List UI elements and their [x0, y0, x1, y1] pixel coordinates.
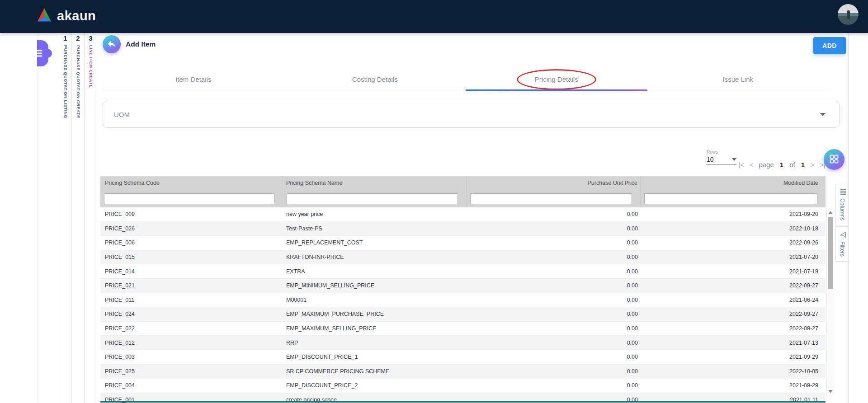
table-row[interactable]: PRICE_024 EMP_MAXIMUM_PURCHASE_PRICE 0.0…: [100, 307, 826, 322]
workflow-step-2[interactable]: 2 PURCHASE QUOTATION CREATE: [71, 33, 84, 403]
cell-modified-date: 2022-10-05: [641, 368, 826, 375]
workflow-step-1[interactable]: 1 PURCHASE QUOTATION LISTING: [59, 33, 71, 403]
cell-pricing-schema-code: PRICE_026: [100, 225, 283, 232]
pagination: |< < page 1 of 1 > >|: [739, 161, 825, 169]
cell-modified-date: 2022-09-26: [641, 239, 826, 246]
tab-item-details[interactable]: Item Details: [103, 69, 284, 90]
step-number: 3: [85, 34, 97, 42]
column-header-pricing-schema-code[interactable]: Pricing Schema Code: [100, 176, 283, 190]
table-row[interactable]: PRICE_004 EMP_DISCOUNT_PRICE_2 0.00 2021…: [100, 379, 826, 393]
table-row[interactable]: PRICE_022 EMP_MAXIMUM_SELLING_PRICE 0.00…: [100, 322, 826, 336]
cell-pricing-schema-code: PRICE_003: [100, 354, 283, 360]
cell-purchase-unit-price: 0.00: [467, 297, 641, 303]
filter-input-date[interactable]: [644, 193, 817, 204]
table-row[interactable]: PRICE_014 EXTRA 0.00 2021-07-19: [100, 264, 826, 279]
scroll-down-icon[interactable]: [828, 390, 833, 393]
table-row[interactable]: PRICE_011 M00001 0.00 2021-06-24: [100, 293, 826, 308]
screen: akaun YOURQUOTE $: [0, 0, 868, 403]
cell-pricing-schema-name: M00001: [283, 297, 467, 303]
cell-modified-date: 2021-09-29: [641, 382, 826, 389]
uom-select[interactable]: UOM: [103, 101, 840, 128]
table-row[interactable]: PRICE_015 KRAFTON-INR-PRICE 0.00 2021-07…: [100, 250, 826, 265]
table-row[interactable]: PRICE_006 EMP_REPLACEMENT_COST 0.00 2022…: [100, 236, 826, 250]
annotation-ellipse: [517, 69, 596, 90]
cell-purchase-unit-price: 0.00: [467, 340, 641, 346]
cell-modified-date: 2021-06-24: [641, 297, 826, 303]
current-page: 1: [780, 161, 783, 169]
column-header-modified-date[interactable]: Modified Date: [641, 176, 826, 190]
cell-pricing-schema-name: EXTRA: [283, 268, 467, 275]
filter-input-code[interactable]: [104, 193, 274, 204]
table-row[interactable]: PRICE_021 EMP_MINIMUM_SELLING_PRICE 0.00…: [100, 279, 826, 293]
column-header-pricing-schema-name[interactable]: Pricing Schema Name: [283, 176, 467, 190]
table-header: Pricing Schema Code Pricing Schema Name …: [100, 176, 826, 190]
side-tab-label: Columns: [840, 198, 846, 220]
page-word: page: [759, 161, 774, 169]
filter-input-name[interactable]: [287, 193, 458, 204]
step-label: PURCHASE QUOTATION CREATE: [76, 45, 80, 118]
total-pages: 1: [801, 161, 805, 169]
brand-name: akaun: [57, 9, 96, 23]
cell-purchase-unit-price: 0.00: [467, 239, 641, 246]
cell-purchase-unit-price: 0.00: [467, 368, 641, 375]
tab-costing-details[interactable]: Costing Details: [284, 69, 466, 90]
step-label: PURCHASE QUOTATION LISTING: [63, 45, 68, 118]
cell-purchase-unit-price: 0.00: [467, 382, 641, 389]
bottom-edge-line: [100, 401, 826, 403]
cell-modified-date: 2022-09-27: [641, 325, 826, 332]
user-avatar[interactable]: [838, 4, 859, 25]
next-page-icon[interactable]: >: [811, 161, 814, 169]
grid-apps-button[interactable]: [824, 149, 844, 170]
table-row[interactable]: PRICE_026 Test-Paste-PS 0.00 2022-10-18: [100, 222, 826, 236]
cell-purchase-unit-price: 0.00: [467, 268, 641, 275]
cell-modified-date: 2021-09-29: [641, 354, 826, 360]
add-button[interactable]: ADD: [813, 37, 846, 54]
cell-modified-date: 2021-07-20: [641, 254, 826, 260]
table-row[interactable]: PRICE_009 new year price 0.00 2021-09-20: [100, 207, 826, 222]
tab-issue-link[interactable]: Issue Link: [647, 69, 829, 90]
cell-modified-date: 2022-10-18: [641, 225, 826, 232]
cell-pricing-schema-name: new year price: [283, 211, 467, 217]
step-label: LINE ITEM CREATE: [89, 45, 93, 88]
workflow-step-3[interactable]: 3 LINE ITEM CREATE: [84, 33, 97, 403]
cell-modified-date: 2021-09-20: [641, 211, 826, 217]
table-row[interactable]: PRICE_025 SR CP COMMERCE PRICING SCHEME …: [100, 365, 826, 379]
table-row[interactable]: PRICE_012 RRP 0.00 2021-07-13: [100, 336, 826, 350]
columns-icon: [839, 189, 846, 195]
cell-purchase-unit-price: 0.00: [467, 254, 641, 260]
cell-modified-date: 2021-07-19: [641, 268, 826, 275]
filter-funnel-icon: [839, 231, 847, 238]
cell-purchase-unit-price: 0.00: [467, 225, 641, 232]
cell-pricing-schema-code: PRICE_014: [100, 268, 283, 275]
cell-pricing-schema-code: PRICE_009: [100, 211, 283, 217]
scrollbar-thumb[interactable]: [828, 217, 833, 289]
step-number: 2: [72, 34, 84, 42]
column-header-purchase-unit-price[interactable]: Purchase Unit Price: [467, 176, 641, 190]
scroll-up-icon[interactable]: [828, 211, 833, 214]
rows-per-page-select[interactable]: Rows 10: [707, 150, 736, 165]
app-rail: [0, 33, 37, 403]
cell-pricing-schema-code: PRICE_025: [100, 368, 283, 375]
filter-input-price[interactable]: [470, 193, 632, 204]
tab-pricing-details[interactable]: Pricing Details: [466, 69, 647, 90]
back-button[interactable]: [103, 35, 121, 53]
cell-purchase-unit-price: 0.00: [467, 282, 641, 289]
brand-logo: akaun: [36, 8, 96, 24]
cell-pricing-schema-name: RRP: [283, 340, 467, 346]
cell-pricing-schema-code: PRICE_012: [100, 340, 283, 346]
table-row[interactable]: PRICE_003 EMP_DISCOUNT_PRICE_1 0.00 2021…: [100, 350, 826, 365]
panel-right-border: [848, 33, 849, 403]
cell-pricing-schema-name: EMP_MAXIMUM_PURCHASE_PRICE: [283, 311, 467, 317]
cell-modified-date: 2022-09-27: [641, 311, 826, 317]
cell-pricing-schema-name: Test-Paste-PS: [283, 225, 467, 232]
vertical-scrollbar[interactable]: [826, 208, 834, 396]
first-page-icon[interactable]: |<: [739, 161, 744, 169]
side-tab-columns[interactable]: Columns: [835, 184, 849, 225]
cell-purchase-unit-price: 0.00: [467, 311, 641, 317]
cell-purchase-unit-price: 0.00: [467, 354, 641, 360]
cell-pricing-schema-name: EMP_MAXIMUM_SELLING_PRICE: [283, 325, 467, 332]
side-tab-filters[interactable]: Filters: [835, 226, 849, 262]
side-tab-label: Filters: [840, 241, 846, 257]
previous-page-icon[interactable]: <: [750, 161, 753, 169]
cell-pricing-schema-name: EMP_DISCOUNT_PRICE_2: [283, 382, 467, 389]
